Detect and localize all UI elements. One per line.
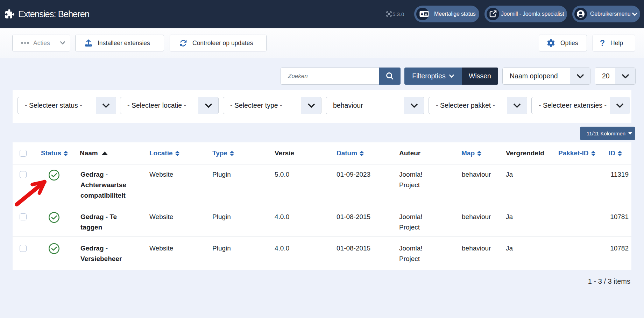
- svg-text:A: A: [420, 12, 423, 16]
